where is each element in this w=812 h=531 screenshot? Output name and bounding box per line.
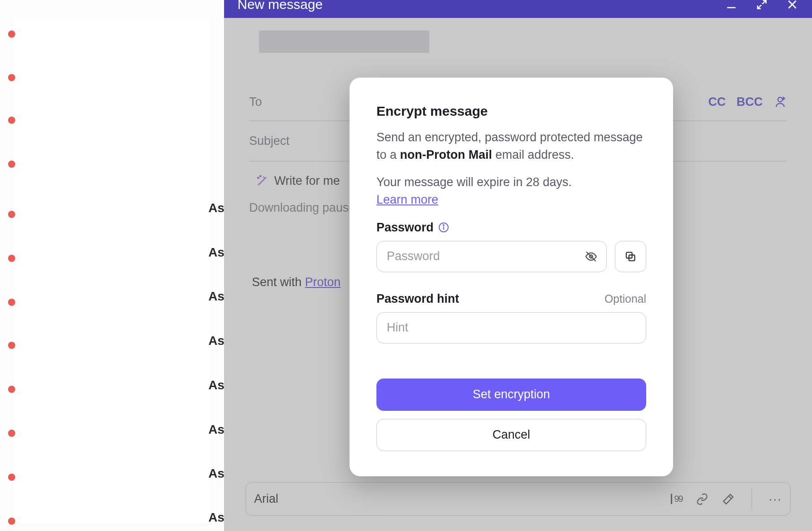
list-item-sender: As [208, 422, 225, 437]
formatting-toolbar: Arial 99 ··· [246, 482, 790, 516]
list-item-sender: As [208, 510, 225, 525]
list-item-sender: As [208, 466, 225, 481]
clear-formatting-button[interactable] [722, 493, 734, 505]
list-item-sender: As [208, 201, 225, 215]
composer-titlebar: New message [224, 0, 812, 18]
unread-dot [8, 430, 15, 437]
password-input-wrapper [376, 241, 607, 272]
password-input[interactable] [387, 241, 596, 272]
sent-with-prefix: Sent with [252, 275, 305, 289]
inbox-list-card [13, 19, 211, 523]
download-status-text: Downloading paused [249, 201, 362, 215]
toolbar-separator [752, 488, 752, 510]
unread-dot [8, 211, 15, 218]
svg-point-6 [258, 177, 259, 178]
from-address-chip[interactable] [259, 30, 429, 53]
composer-title: New message [238, 0, 323, 12]
modal-expire-line: Your message will expire in 28 days. Lea… [376, 174, 646, 209]
list-item-sender: As [208, 289, 225, 304]
modal-desc-bold: non-Proton Mail [400, 148, 492, 161]
info-icon[interactable] [438, 222, 449, 233]
unread-dot [8, 255, 15, 262]
svg-point-3 [778, 97, 782, 102]
encrypt-modal: Encrypt message Send an encrypted, passw… [350, 78, 673, 476]
modal-description: Send an encrypted, password protected me… [376, 129, 646, 164]
copy-password-button[interactable] [615, 241, 646, 272]
write-for-me-label: Write for me [274, 174, 340, 188]
unread-dot [8, 474, 15, 481]
svg-point-13 [443, 225, 444, 226]
unread-dot [8, 299, 15, 306]
unread-dot [8, 117, 15, 124]
close-button[interactable] [786, 0, 799, 11]
signature-line: Sent with Proton [252, 275, 341, 289]
toggle-password-visibility-icon[interactable] [585, 250, 597, 263]
modal-desc-post: email address. [492, 148, 574, 161]
cc-toggle[interactable]: CC [708, 95, 726, 109]
link-button[interactable] [696, 493, 708, 505]
list-item-sender: As [208, 245, 225, 260]
cancel-button[interactable]: Cancel [376, 419, 646, 451]
password-label: Password [376, 221, 434, 235]
set-encryption-button[interactable]: Set encryption [376, 379, 646, 411]
blockquote-button[interactable]: 99 [671, 494, 682, 504]
proton-link[interactable]: Proton [305, 275, 341, 289]
unread-dot [8, 518, 15, 525]
optional-label: Optional [605, 292, 646, 305]
write-for-me-button[interactable]: Write for me [255, 174, 340, 188]
unread-dot [8, 386, 15, 393]
add-contact-icon[interactable] [773, 95, 787, 109]
hint-input-wrapper [376, 312, 646, 344]
unread-dot [8, 30, 15, 38]
list-item-sender: As [208, 378, 225, 392]
bcc-toggle[interactable]: BCC [737, 95, 763, 109]
more-formatting-button[interactable]: ··· [769, 492, 782, 506]
password-hint-label: Password hint [376, 292, 459, 306]
modal-title: Encrypt message [376, 104, 646, 119]
unread-dot [8, 74, 15, 81]
unread-dot [8, 161, 15, 168]
unread-dot [8, 342, 15, 349]
modal-expire-text: Your message will expire in 28 days. [376, 175, 572, 189]
svg-point-7 [260, 175, 261, 177]
list-item-sender: As [208, 334, 225, 348]
learn-more-link[interactable]: Learn more [376, 193, 438, 206]
to-label: To [249, 95, 262, 109]
magic-wand-icon [255, 174, 269, 188]
font-family-select[interactable]: Arial [254, 492, 278, 506]
inbox-list-area: As As As As As As As As [0, 0, 224, 531]
subject-placeholder: Subject [249, 134, 289, 148]
minimize-button[interactable] [725, 0, 738, 11]
password-hint-input[interactable] [387, 313, 636, 343]
expand-button[interactable] [756, 0, 768, 11]
